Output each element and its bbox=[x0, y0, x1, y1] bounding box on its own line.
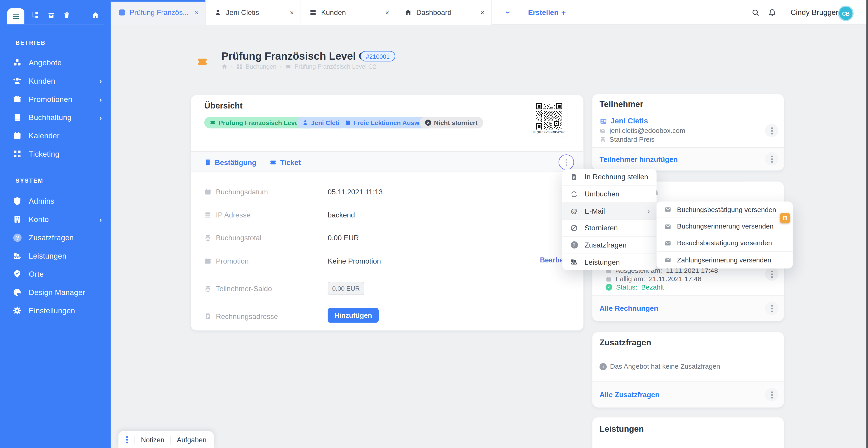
tab-label: Kunden bbox=[321, 8, 379, 17]
breadcrumb-separator bbox=[280, 63, 282, 70]
badge-label: Freie Lektionen Auswahl bbox=[354, 119, 429, 126]
tab-kunden[interactable]: Kunden bbox=[301, 0, 396, 25]
kebab-icon bbox=[771, 308, 772, 309]
participants-footer-kebab-button[interactable] bbox=[765, 152, 778, 165]
questions-footer-kebab-button[interactable] bbox=[765, 388, 778, 402]
menu-item-in-rechnung-stellen[interactable]: In Rechnung stellen bbox=[562, 169, 656, 186]
menu-item-label: E-Mail bbox=[585, 207, 605, 215]
participant-name-link[interactable]: Jeni Cletis bbox=[599, 117, 648, 125]
sidebar-item-konto[interactable]: Konto bbox=[0, 212, 111, 226]
sidebar-item-kunden[interactable]: Kunden bbox=[0, 74, 111, 88]
sidebar-item-design-manager[interactable]: Design Manager bbox=[0, 285, 111, 299]
ticket-icon bbox=[210, 120, 216, 126]
saldo-input[interactable] bbox=[328, 282, 364, 295]
participant-kebab-button[interactable] bbox=[765, 124, 778, 137]
participant-email-row: jeni.cletis@edoobox.com bbox=[599, 127, 685, 134]
receipt-icon bbox=[204, 159, 212, 166]
breadcrumb-separator bbox=[231, 63, 233, 70]
archive-box-icon[interactable] bbox=[48, 11, 55, 19]
invoices-footer-kebab-button[interactable] bbox=[765, 302, 778, 315]
submenu-item-besuchsbestaetigung[interactable]: Besuchsbestätigung versenden bbox=[656, 235, 793, 252]
add-billing-address-button[interactable]: Hinzufügen bbox=[328, 308, 379, 323]
user-name[interactable]: Cindy Brugger bbox=[790, 8, 838, 17]
confirmation-link[interactable]: Bestätigung bbox=[204, 152, 256, 173]
home-icon[interactable] bbox=[221, 63, 228, 69]
trash-icon[interactable] bbox=[63, 11, 70, 19]
close-icon[interactable] bbox=[289, 8, 295, 16]
sidebar-item-label: Ticketing bbox=[29, 150, 59, 158]
menu-item-stornieren[interactable]: Stornieren bbox=[562, 220, 656, 237]
sidebar-item-leistungen[interactable]: Leistungen bbox=[0, 249, 111, 263]
submenu-item-zahlungserinnerung[interactable]: Zahlungserinnerung versenden bbox=[656, 252, 793, 268]
submenu-item-buchungsbestaetigung[interactable]: Buchungsbestätigung versenden bbox=[656, 201, 793, 218]
tab-dashboard[interactable]: Dashboard bbox=[396, 0, 491, 25]
app-window: BETRIEB Angebote Kunden Promotionen Buch… bbox=[0, 0, 868, 448]
shield-icon bbox=[13, 196, 22, 205]
close-icon[interactable] bbox=[479, 8, 485, 16]
sidebar-item-orte[interactable]: Orte bbox=[0, 267, 111, 281]
hamburger-menu-button[interactable] bbox=[7, 8, 24, 24]
folder-tree-icon[interactable] bbox=[32, 11, 39, 19]
home-icon[interactable] bbox=[92, 11, 99, 19]
questions-title: Zusatzfragen bbox=[599, 338, 651, 347]
coins-icon bbox=[204, 285, 212, 292]
sidebar-section-system: SYSTEM bbox=[16, 177, 43, 184]
sidebar-item-admins[interactable]: Admins bbox=[0, 194, 111, 208]
server-icon bbox=[204, 211, 212, 218]
chevron-right-icon bbox=[99, 77, 102, 85]
tasks-tab[interactable]: Aufgaben bbox=[177, 436, 206, 444]
ticket-icon bbox=[285, 63, 291, 69]
breadcrumb-current: Prüfung Französisch Level C2 bbox=[294, 63, 376, 70]
sidebar-item-label: Zusatzfragen bbox=[29, 233, 74, 242]
sidebar-item-kalender[interactable]: Kalender bbox=[0, 128, 111, 143]
due-label: Fällig am: bbox=[616, 275, 645, 283]
ticket-link[interactable]: Ticket bbox=[270, 152, 301, 173]
sidebar-item-label: Angebote bbox=[29, 58, 61, 67]
menu-item-zusatzfragen[interactable]: Zusatzfragen bbox=[562, 237, 656, 254]
tab-pruefung-franzoesisch[interactable]: Prüfung Französ... bbox=[111, 0, 206, 25]
all-invoices-link[interactable]: Alle Rechnungen bbox=[599, 304, 658, 313]
gift-icon bbox=[204, 257, 212, 264]
gear-icon bbox=[13, 306, 22, 315]
invoices-card-footer: Alle Rechnungen bbox=[592, 295, 784, 321]
menu-item-umbuchen[interactable]: Umbuchen bbox=[562, 186, 656, 203]
notes-bar-kebab-button[interactable] bbox=[126, 439, 128, 441]
overview-actions-kebab-button[interactable] bbox=[559, 154, 574, 170]
all-questions-link[interactable]: Alle Zusatzfragen bbox=[599, 391, 659, 399]
breadcrumb-buchungen[interactable]: Buchungen bbox=[246, 63, 276, 70]
calendar-icon bbox=[204, 188, 212, 195]
close-icon[interactable] bbox=[193, 8, 200, 16]
create-label: Erstellen bbox=[528, 8, 559, 17]
menu-item-label: Leistungen bbox=[585, 258, 620, 266]
qr-code-label: 8LQGE9P3BD85X390 bbox=[532, 131, 566, 134]
sidebar-item-zusatzfragen[interactable]: ? Zusatzfragen bbox=[0, 230, 111, 245]
menu-item-leistungen[interactable]: Leistungen bbox=[562, 254, 656, 270]
menu-item-email[interactable]: E-Mail bbox=[562, 203, 656, 220]
bell-icon[interactable] bbox=[768, 9, 776, 17]
email-submenu: Buchungsbestätigung versenden Buchungser… bbox=[656, 201, 793, 268]
notes-tab[interactable]: Notizen bbox=[141, 436, 164, 444]
sidebar-item-buchhaltung[interactable]: Buchhaltung bbox=[0, 110, 111, 125]
tab-jeni-cletis[interactable]: Jeni Cletis bbox=[206, 0, 301, 25]
sidebar-item-einstellungen[interactable]: Einstellungen bbox=[0, 303, 111, 318]
create-tab-button[interactable]: Erstellen bbox=[525, 0, 569, 25]
chevron-down-icon bbox=[507, 7, 509, 18]
participants-card-footer: Teilnehmer hinzufügen bbox=[592, 147, 784, 170]
sidebar-item-angebote[interactable]: Angebote bbox=[0, 55, 111, 70]
submenu-item-buchungserinnerung[interactable]: Buchungserinnerung versenden bbox=[656, 218, 793, 235]
close-icon[interactable] bbox=[384, 8, 390, 16]
questions-card: Zusatzfragen Das Angebot hat keine Zusat… bbox=[592, 332, 784, 407]
invoice-kebab-button[interactable] bbox=[765, 267, 778, 281]
window-scrollbar[interactable] bbox=[866, 0, 868, 448]
field-promotion: Promotion bbox=[204, 255, 249, 266]
services-card: Leistungen bbox=[592, 417, 784, 448]
sidebar-item-promotionen[interactable]: Promotionen bbox=[0, 92, 111, 106]
link-label: Ticket bbox=[280, 158, 301, 166]
tab-list-dropdown-button[interactable] bbox=[492, 0, 525, 25]
avatar[interactable]: CB bbox=[838, 5, 854, 21]
participant-email: jeni.cletis@edoobox.com bbox=[610, 127, 685, 134]
sidebar-item-ticketing[interactable]: Ticketing bbox=[0, 147, 111, 161]
browser-extension-badge[interactable]: B bbox=[780, 213, 790, 223]
add-participant-link[interactable]: Teilnehmer hinzufügen bbox=[599, 155, 678, 163]
search-icon[interactable] bbox=[752, 9, 760, 17]
